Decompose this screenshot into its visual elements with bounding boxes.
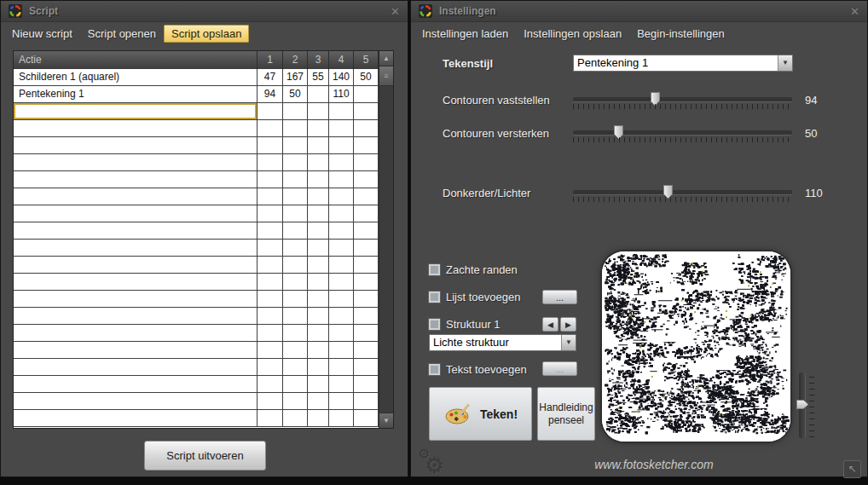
- cell-param[interactable]: [308, 205, 329, 222]
- cell-param[interactable]: [354, 291, 379, 308]
- cell-param[interactable]: [329, 393, 354, 410]
- cell-param[interactable]: [354, 308, 379, 325]
- table-row[interactable]: [14, 188, 379, 205]
- cell-actie[interactable]: [14, 137, 258, 154]
- cell-param[interactable]: [283, 342, 308, 359]
- column-header-1[interactable]: 1: [258, 51, 283, 69]
- menu-begin-instellingen[interactable]: Begin-instellingen: [629, 25, 732, 43]
- tekst-options-button[interactable]: ...: [542, 361, 577, 376]
- cell-param[interactable]: 50: [283, 86, 308, 103]
- cell-actie[interactable]: [14, 410, 258, 427]
- cell-param[interactable]: [283, 274, 308, 291]
- cell-param[interactable]: [308, 120, 329, 137]
- table-row[interactable]: [14, 393, 379, 410]
- table-row[interactable]: [14, 376, 379, 393]
- cell-param[interactable]: 47: [258, 69, 283, 86]
- table-row[interactable]: [14, 291, 379, 308]
- draw-button[interactable]: Teken!: [429, 387, 532, 441]
- cell-param[interactable]: [308, 376, 329, 393]
- cell-param[interactable]: [283, 137, 308, 154]
- table-row[interactable]: [14, 120, 379, 137]
- column-header-2[interactable]: 2: [283, 51, 308, 69]
- table-row[interactable]: [14, 274, 379, 291]
- website-link[interactable]: www.fotosketcher.com: [539, 458, 769, 471]
- cell-param[interactable]: [329, 291, 354, 308]
- cell-actie[interactable]: [14, 274, 258, 291]
- slider-track[interactable]: [573, 190, 792, 195]
- run-script-button[interactable]: Script uitvoeren: [144, 441, 266, 471]
- cell-param[interactable]: [283, 359, 308, 376]
- cell-param[interactable]: [354, 342, 379, 359]
- cell-param[interactable]: [283, 205, 308, 222]
- cell-param[interactable]: [329, 137, 354, 154]
- table-row[interactable]: [14, 171, 379, 188]
- column-header-3[interactable]: 3: [308, 51, 329, 69]
- cell-param[interactable]: [283, 222, 308, 240]
- scrollbar-track[interactable]: [379, 86, 393, 413]
- zachte-randen-checkbox[interactable]: [429, 264, 440, 275]
- restore-corner-button[interactable]: ↖: [843, 460, 861, 478]
- cell-param[interactable]: [258, 291, 283, 308]
- cell-param[interactable]: [308, 359, 329, 376]
- cell-param[interactable]: [308, 222, 329, 240]
- cell-param[interactable]: [354, 188, 379, 205]
- cell-param[interactable]: [258, 325, 283, 342]
- cell-param[interactable]: [308, 137, 329, 154]
- cell-param[interactable]: [329, 171, 354, 188]
- cell-param[interactable]: [258, 376, 283, 393]
- cell-param[interactable]: [354, 154, 379, 171]
- preview-image[interactable]: [602, 251, 790, 442]
- cell-param[interactable]: [258, 410, 283, 427]
- tekst-toevoegen-checkbox[interactable]: [429, 364, 440, 375]
- cell-param[interactable]: [329, 120, 354, 137]
- scroll-down-icon[interactable]: ▼: [379, 413, 393, 428]
- table-row[interactable]: [14, 103, 379, 120]
- cell-actie[interactable]: [14, 103, 258, 120]
- cell-param[interactable]: 94: [258, 86, 283, 103]
- cell-param[interactable]: [329, 359, 354, 376]
- cell-param[interactable]: [258, 188, 283, 205]
- close-icon[interactable]: ✕: [850, 5, 859, 18]
- cell-param[interactable]: [329, 410, 354, 427]
- struktuur-checkbox[interactable]: [429, 319, 440, 330]
- close-icon[interactable]: ✕: [391, 5, 400, 18]
- cell-param[interactable]: [283, 171, 308, 188]
- cell-actie[interactable]: [14, 291, 258, 308]
- menu-instellingen-opslaan[interactable]: Instellingen opslaan: [516, 25, 629, 43]
- cell-param[interactable]: [329, 222, 354, 240]
- table-row[interactable]: [14, 154, 379, 171]
- cell-actie[interactable]: [14, 171, 258, 188]
- slider-track[interactable]: [573, 130, 792, 136]
- cell-param[interactable]: [283, 103, 308, 120]
- script-titlebar[interactable]: Script ✕: [1, 1, 408, 22]
- cell-param[interactable]: [354, 240, 379, 257]
- cell-actie[interactable]: [14, 120, 258, 137]
- cell-param[interactable]: [283, 325, 308, 342]
- cell-actie[interactable]: [14, 188, 258, 205]
- settings-titlebar[interactable]: Instellingen ✕: [411, 1, 867, 22]
- cell-param[interactable]: [308, 410, 329, 427]
- cell-param[interactable]: [354, 222, 379, 240]
- lijst-toevoegen-checkbox[interactable]: [429, 292, 440, 303]
- cell-param[interactable]: [258, 205, 283, 222]
- cell-param[interactable]: [283, 291, 308, 308]
- cell-param[interactable]: [308, 342, 329, 359]
- struktuur-prev-button[interactable]: ◀: [542, 317, 558, 332]
- cell-param[interactable]: [354, 257, 379, 274]
- table-row[interactable]: [14, 222, 379, 240]
- cell-param[interactable]: [354, 393, 379, 410]
- menu-instellingen-laden[interactable]: Instellingen laden: [414, 25, 516, 43]
- cell-param[interactable]: [283, 410, 308, 427]
- cell-param[interactable]: [283, 393, 308, 410]
- cell-param[interactable]: [354, 120, 379, 137]
- cell-param[interactable]: [258, 393, 283, 410]
- table-row[interactable]: [14, 308, 379, 325]
- cell-param[interactable]: [354, 376, 379, 393]
- cell-param[interactable]: [258, 137, 283, 154]
- cell-actie[interactable]: [14, 393, 258, 410]
- cell-param[interactable]: [283, 154, 308, 171]
- cell-param[interactable]: [308, 154, 329, 171]
- brush-manual-button[interactable]: Handleiding penseel: [537, 387, 595, 441]
- cell-actie[interactable]: [14, 308, 258, 325]
- cell-actie[interactable]: [14, 376, 258, 393]
